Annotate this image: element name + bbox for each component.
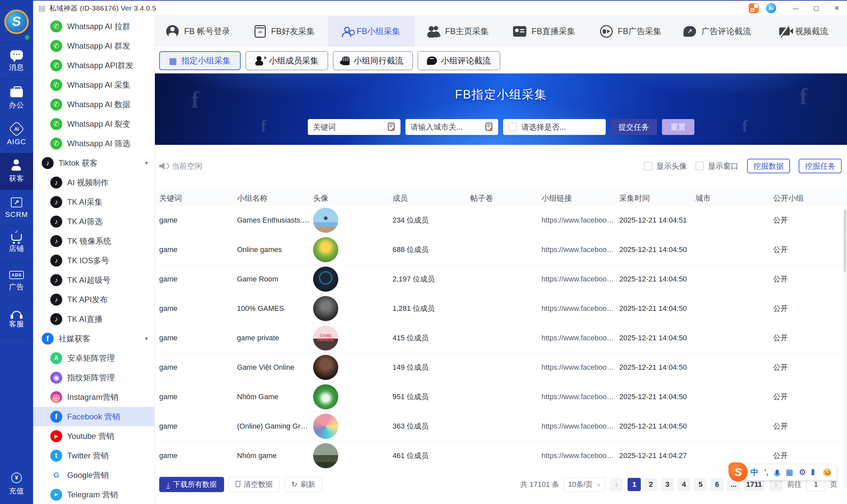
chinese-mode-icon[interactable]: 中 bbox=[750, 468, 758, 476]
keyword-input[interactable] bbox=[313, 123, 384, 132]
tab[interactable]: FB主页采集 bbox=[414, 16, 501, 47]
table-row[interactable]: game Nhóm Game 951 位成员 https://www.faceb… bbox=[155, 382, 847, 412]
toolbox-grid-icon[interactable] bbox=[812, 469, 817, 475]
mine-task-button[interactable]: 挖掘任务 bbox=[799, 159, 842, 173]
show-window-checkbox[interactable] bbox=[695, 162, 704, 170]
group-link-cell[interactable]: https://www.facebook.co... bbox=[541, 304, 619, 313]
sidebar-item[interactable]: Youtube 营销 bbox=[33, 426, 155, 446]
subtab[interactable]: 小组同行截流 bbox=[333, 51, 413, 70]
table-row[interactable]: game Game Việt Online 149 位成员 https://ww… bbox=[155, 353, 847, 382]
tab[interactable]: FB直播采集 bbox=[501, 16, 588, 47]
minimize-button[interactable]: — bbox=[785, 1, 806, 16]
skin-tool-icon[interactable]: ⚙ bbox=[799, 468, 806, 476]
sidebar-item[interactable]: Whatsapp AI 数据 bbox=[33, 94, 155, 114]
download-all-button[interactable]: ↓ 下载所有数据 bbox=[159, 477, 224, 492]
tab[interactable]: FB小组采集 bbox=[328, 16, 414, 47]
ai-assistant-tray-icon[interactable]: Ai bbox=[766, 3, 776, 13]
close-button[interactable]: ✕ bbox=[827, 1, 847, 16]
group-link-cell[interactable]: https://www.facebook.co... bbox=[541, 334, 619, 342]
page-button[interactable]: 6 bbox=[710, 478, 724, 491]
sidebar-item[interactable]: 指纹矩阵管理 bbox=[33, 368, 155, 387]
table-row[interactable]: game Games Enthusiasts.grou... 234 位成员 h… bbox=[155, 206, 847, 235]
select-checkbox[interactable] bbox=[508, 123, 517, 131]
rail-item[interactable]: AIGC bbox=[0, 116, 33, 153]
group-link-cell[interactable]: https://www.facebook.co... bbox=[541, 216, 619, 224]
sidebar-item[interactable]: TK API发布 bbox=[33, 290, 155, 309]
table-row[interactable]: game (Online) Gaming Group 363 位成员 https… bbox=[155, 412, 847, 441]
rail-item[interactable]: SCRM bbox=[0, 190, 33, 227]
submit-task-button[interactable]: 提交任务 bbox=[611, 119, 657, 135]
sidebar-item[interactable]: TK AI筛选 bbox=[33, 212, 155, 231]
prev-page-button[interactable]: ‹ bbox=[610, 478, 623, 491]
ime-toolbar[interactable]: S 中 ’, ▦ ⚙ bbox=[732, 464, 836, 480]
maximize-button[interactable]: ▢ bbox=[806, 1, 827, 16]
chevron-down-icon[interactable]: ▾ bbox=[145, 335, 148, 342]
microphone-icon[interactable] bbox=[776, 470, 779, 475]
page-button[interactable]: 4 bbox=[677, 478, 690, 491]
translate-tray-icon[interactable] bbox=[749, 3, 759, 13]
tab[interactable]: FB好友采集 bbox=[241, 16, 328, 47]
subtab[interactable]: 小组成员采集 bbox=[246, 51, 328, 70]
mine-data-button[interactable]: 挖掘数据 bbox=[747, 159, 790, 173]
tone-icon[interactable]: ’, bbox=[764, 468, 768, 476]
rail-item[interactable]: 消息 bbox=[0, 43, 33, 80]
sidebar-item[interactable]: Whatsapp AI 群发 bbox=[33, 36, 155, 56]
group-link-cell[interactable]: https://www.facebook.co... bbox=[541, 393, 619, 401]
sidebar-item[interactable]: Whatsapp API群发 bbox=[33, 56, 155, 75]
sidebar-item[interactable]: TK AI直播 bbox=[33, 309, 155, 329]
emoji-icon[interactable] bbox=[823, 468, 831, 476]
import-list-icon[interactable] bbox=[484, 122, 494, 132]
page-button[interactable]: 3 bbox=[661, 478, 674, 491]
rail-item[interactable]: 获客 bbox=[0, 153, 33, 190]
sidebar-item[interactable]: Facebook 营销 bbox=[33, 407, 155, 426]
group-link-cell[interactable]: https://www.facebook.co... bbox=[541, 451, 619, 460]
group-link-cell[interactable]: https://www.facebook.co... bbox=[541, 363, 619, 372]
group-link-cell[interactable]: https://www.facebook.co... bbox=[541, 422, 619, 431]
rail-item-recharge[interactable]: 充值 bbox=[0, 464, 33, 504]
show-avatar-checkbox[interactable] bbox=[644, 162, 652, 170]
table-row[interactable]: game Game Room 2,197 位成员 https://www.fac… bbox=[155, 265, 847, 294]
sidebar-item[interactable]: Google营销 bbox=[33, 465, 155, 485]
show-window-toggle[interactable]: 显示窗口 bbox=[695, 161, 739, 171]
city-input[interactable] bbox=[411, 123, 482, 132]
public-select[interactable]: 请选择是否... bbox=[503, 119, 606, 135]
sidebar-item[interactable]: Tiktok 获客 ▾ bbox=[33, 153, 155, 173]
page-size-select[interactable]: 10条/页 ∨ bbox=[564, 477, 605, 492]
sogou-logo-icon[interactable]: S bbox=[728, 462, 748, 482]
import-list-icon[interactable] bbox=[386, 122, 397, 132]
tab[interactable]: FB 帐号登录 bbox=[155, 16, 241, 47]
table-row[interactable]: game game private GAME PRIVATE 415 位成员 h… bbox=[155, 323, 847, 353]
sidebar-item[interactable]: TK AI超级号 bbox=[33, 270, 155, 290]
tab[interactable]: FB广告采集 bbox=[588, 16, 674, 47]
sidebar-item[interactable]: Telegram 营销 bbox=[33, 485, 155, 504]
sidebar-item[interactable]: Whatsapp AI 采集 bbox=[33, 75, 155, 94]
subtab[interactable]: 指定小组采集 bbox=[159, 51, 241, 70]
tab[interactable]: 视频截流 bbox=[761, 16, 847, 47]
rail-item[interactable]: 客服 bbox=[0, 300, 33, 337]
rail-item[interactable]: 广告 bbox=[0, 263, 33, 300]
table-scrollbar[interactable] bbox=[844, 209, 846, 489]
group-link-cell[interactable]: https://www.facebook.co... bbox=[541, 275, 619, 284]
tab[interactable]: 广告评论截流 bbox=[674, 16, 760, 47]
app-logo[interactable] bbox=[0, 1, 33, 43]
scrollbar-thumb[interactable] bbox=[844, 209, 846, 272]
clear-data-button[interactable]: 清空数据 bbox=[229, 477, 280, 492]
sidebar-item[interactable]: TK IOS多号 bbox=[33, 251, 155, 270]
chevron-down-icon[interactable]: ▾ bbox=[145, 159, 148, 167]
reset-button[interactable]: 重置 bbox=[662, 119, 694, 135]
keyboard-icon[interactable]: ▦ bbox=[786, 468, 793, 476]
sidebar-item[interactable]: TK AI采集 bbox=[33, 192, 155, 212]
group-link-cell[interactable]: https://www.facebook.co... bbox=[541, 246, 619, 254]
sidebar-item[interactable]: TK 镜像系统 bbox=[33, 231, 155, 251]
subtab[interactable]: 小组评论截流 bbox=[418, 51, 500, 70]
show-avatar-toggle[interactable]: 显示头像 bbox=[644, 161, 687, 171]
page-button[interactable]: 5 bbox=[694, 478, 707, 491]
sidebar-item[interactable]: AI 视频制作 bbox=[33, 173, 155, 192]
page-button[interactable]: 2 bbox=[644, 478, 657, 491]
table-row[interactable]: game Online games 688 位成员 https://www.fa… bbox=[155, 235, 847, 265]
sidebar-item[interactable]: Whatsapp AI 裂变 bbox=[33, 114, 155, 133]
page-button[interactable]: 1 bbox=[627, 478, 641, 491]
sidebar-item[interactable]: Whatsapp AI 拉群 bbox=[33, 17, 155, 36]
rail-item[interactable]: 办公 bbox=[0, 80, 33, 116]
sidebar-item[interactable]: 安卓矩阵管理 bbox=[33, 348, 155, 368]
